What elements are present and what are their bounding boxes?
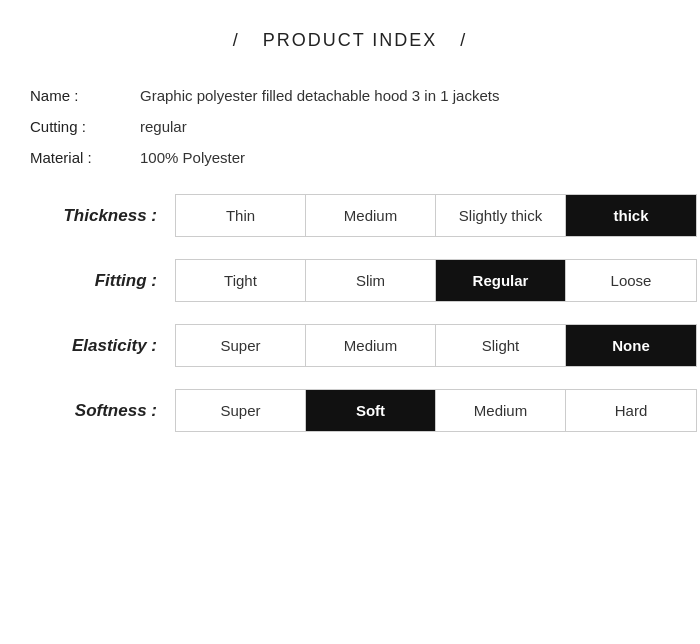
- option-softness-1[interactable]: Soft: [306, 390, 436, 431]
- option-softness-2[interactable]: Medium: [436, 390, 566, 431]
- material-label: Material :: [30, 149, 140, 166]
- material-value: 100% Polyester: [140, 149, 245, 166]
- indices-container: Thickness :ThinMediumSlightly thickthick…: [20, 194, 680, 432]
- index-label-elasticity: Elasticity :: [20, 336, 175, 356]
- name-value: Graphic polyester filled detachable hood…: [140, 87, 499, 104]
- option-elasticity-3[interactable]: None: [566, 325, 696, 366]
- index-label-softness: Softness :: [20, 401, 175, 421]
- title-text: PRODUCT INDEX: [263, 30, 438, 50]
- title-slash-right: /: [460, 30, 467, 50]
- option-softness-3[interactable]: Hard: [566, 390, 696, 431]
- option-thickness-3[interactable]: thick: [566, 195, 696, 236]
- option-softness-0[interactable]: Super: [176, 390, 306, 431]
- option-elasticity-2[interactable]: Slight: [436, 325, 566, 366]
- options-row-softness: SuperSoftMediumHard: [175, 389, 697, 432]
- cutting-label: Cutting :: [30, 118, 140, 135]
- info-section: Name : Graphic polyester filled detachab…: [20, 87, 680, 166]
- cutting-value: regular: [140, 118, 187, 135]
- options-row-thickness: ThinMediumSlightly thickthick: [175, 194, 697, 237]
- option-fitting-2[interactable]: Regular: [436, 260, 566, 301]
- option-thickness-0[interactable]: Thin: [176, 195, 306, 236]
- page: / PRODUCT INDEX / Name : Graphic polyest…: [0, 0, 700, 484]
- option-elasticity-1[interactable]: Medium: [306, 325, 436, 366]
- option-fitting-1[interactable]: Slim: [306, 260, 436, 301]
- index-section-thickness: Thickness :ThinMediumSlightly thickthick: [20, 194, 680, 237]
- index-label-thickness: Thickness :: [20, 206, 175, 226]
- cutting-row: Cutting : regular: [30, 118, 680, 135]
- material-row: Material : 100% Polyester: [30, 149, 680, 166]
- index-section-elasticity: Elasticity :SuperMediumSlightNone: [20, 324, 680, 367]
- option-fitting-3[interactable]: Loose: [566, 260, 696, 301]
- options-row-elasticity: SuperMediumSlightNone: [175, 324, 697, 367]
- option-thickness-1[interactable]: Medium: [306, 195, 436, 236]
- options-row-fitting: TightSlimRegularLoose: [175, 259, 697, 302]
- title-slash-left: /: [233, 30, 240, 50]
- option-fitting-0[interactable]: Tight: [176, 260, 306, 301]
- option-thickness-2[interactable]: Slightly thick: [436, 195, 566, 236]
- option-elasticity-0[interactable]: Super: [176, 325, 306, 366]
- index-label-fitting: Fitting :: [20, 271, 175, 291]
- name-row: Name : Graphic polyester filled detachab…: [30, 87, 680, 104]
- index-section-softness: Softness :SuperSoftMediumHard: [20, 389, 680, 432]
- page-title: / PRODUCT INDEX /: [20, 30, 680, 51]
- index-section-fitting: Fitting :TightSlimRegularLoose: [20, 259, 680, 302]
- name-label: Name :: [30, 87, 140, 104]
